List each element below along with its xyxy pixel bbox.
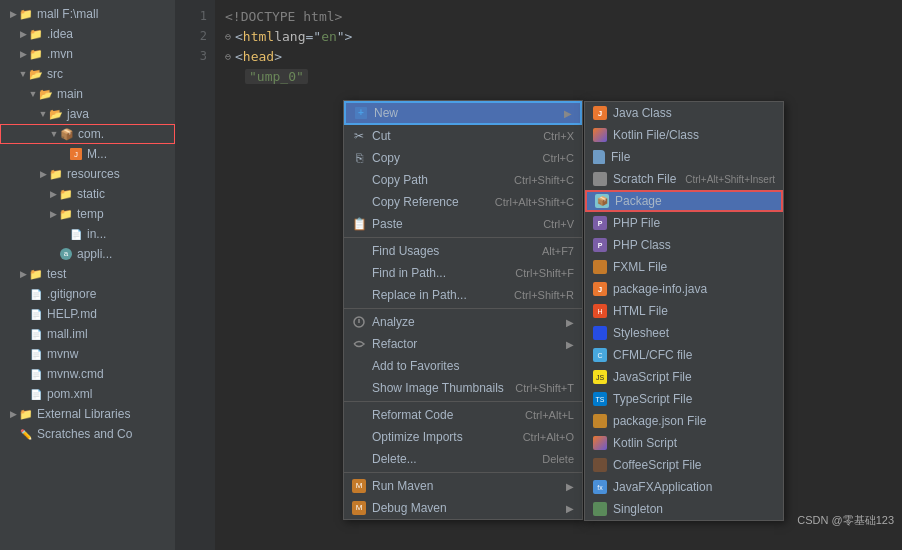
code-line-3: ⊖ <head> — [225, 46, 892, 66]
file-new-icon — [593, 150, 605, 164]
tree-item-m[interactable]: J M... — [0, 144, 175, 164]
tree-item-extlibs[interactable]: ▶ 📁 External Libraries — [0, 404, 175, 424]
tree-item-com[interactable]: ▼ 📦 com. — [0, 124, 175, 144]
submenu-item-file[interactable]: File — [585, 146, 783, 168]
fold-icon-3: ⊖ — [225, 51, 231, 62]
folder-icon-extlibs: 📁 — [18, 407, 34, 421]
submenu-item-fxmlfile[interactable]: FXML File — [585, 256, 783, 278]
menu-label-refactor: Refactor — [372, 337, 417, 351]
tree-item-malliml[interactable]: 📄 mall.iml — [0, 324, 175, 344]
tree-label-temp: temp — [77, 207, 104, 221]
tree-item-mvnw[interactable]: 📄 mvnw — [0, 344, 175, 364]
tree-item-idea[interactable]: ▶ 📁 .idea — [0, 24, 175, 44]
line-num-3: 3 — [175, 46, 215, 66]
submenu-item-javafxapp[interactable]: fx JavaFXApplication — [585, 476, 783, 498]
tree-label-test: test — [47, 267, 66, 281]
submenu-item-kotlin[interactable]: Kotlin Script — [585, 432, 783, 454]
git-icon-gitignore: 📄 — [28, 287, 44, 301]
cut-icon: ✂ — [352, 129, 366, 143]
submenu-item-cfmlfile[interactable]: C CFML/CFC file — [585, 344, 783, 366]
submenu-item-htmlfile[interactable]: H HTML File — [585, 300, 783, 322]
csdn-watermark: CSDN @零基础123 — [797, 513, 894, 528]
editor-area: 1 2 3 <!DOCTYPE html> ⊖ <html lang="en">… — [175, 0, 902, 550]
maven-debug-icon: M — [352, 501, 366, 515]
submenu-item-phpfile[interactable]: P PHP File — [585, 212, 783, 234]
submenu-label-singleton: Singleton — [613, 502, 663, 516]
menu-item-analyze[interactable]: Analyze ▶ — [344, 311, 582, 333]
submenu-item-scratchfile[interactable]: Scratch File Ctrl+Alt+Shift+Insert — [585, 168, 783, 190]
php-file-icon: P — [593, 216, 607, 230]
submenu-label-package: Package — [615, 194, 662, 208]
tree-label-mall: mall F:\mall — [37, 7, 98, 21]
submenu-item-singleton[interactable]: Singleton — [585, 498, 783, 520]
menu-item-paste[interactable]: 📋 Paste Ctrl+V — [344, 213, 582, 235]
submenu-item-phpclass[interactable]: P PHP Class — [585, 234, 783, 256]
php-class-icon: P — [593, 238, 607, 252]
tree-item-pomxml[interactable]: 📄 pom.xml — [0, 384, 175, 404]
submenu-item-packageinfo[interactable]: J package-info.java — [585, 278, 783, 300]
code-eq: =" — [305, 29, 321, 44]
delete-icon — [352, 452, 366, 466]
submenu-item-coffeefile[interactable]: CoffeeScript File — [585, 454, 783, 476]
tree-arrow-mvnw — [18, 349, 28, 359]
code-doctype: <!DOCTYPE html> — [225, 9, 342, 24]
menu-item-optimize[interactable]: Optimize Imports Ctrl+Alt+O — [344, 426, 582, 448]
tree-item-temp[interactable]: ▶ 📁 temp — [0, 204, 175, 224]
menu-item-refactor[interactable]: Refactor ▶ — [344, 333, 582, 355]
tree-item-mall[interactable]: ▶ 📁 mall F:\mall — [0, 4, 175, 24]
java-class-icon: J — [593, 106, 607, 120]
tree-item-scratches[interactable]: ✏️ Scratches and Co — [0, 424, 175, 444]
tree-item-helpmd[interactable]: 📄 HELP.md — [0, 304, 175, 324]
menu-item-replaceinpath[interactable]: Replace in Path... Ctrl+Shift+R — [344, 284, 582, 306]
context-menu[interactable]: + New ▶ ✂ Cut Ctrl+X ⎘ Co — [343, 100, 583, 520]
submenu-item-javaclass[interactable]: J Java Class — [585, 102, 783, 124]
submenu-item-package[interactable]: 📦 Package — [585, 190, 783, 212]
new-submenu[interactable]: J Java Class Kotlin File/Class — [584, 101, 784, 521]
file-icon-mvnwcmd: 📄 — [28, 367, 44, 381]
menu-shortcut-copy: Ctrl+C — [543, 152, 574, 164]
tree-item-mvn[interactable]: ▶ 📁 .mvn — [0, 44, 175, 64]
menu-label-cut: Cut — [372, 129, 391, 143]
menu-item-delete[interactable]: Delete... Delete — [344, 448, 582, 470]
tree-item-appli[interactable]: a appli... — [0, 244, 175, 264]
submenu-label-fxmlfile: FXML File — [613, 260, 667, 274]
analyze-icon — [352, 315, 366, 329]
tree-item-gitignore[interactable]: 📄 .gitignore — [0, 284, 175, 304]
menu-item-copypath[interactable]: Copy Path Ctrl+Shift+C — [344, 169, 582, 191]
fxml-file-icon — [593, 260, 607, 274]
submenu-label-packageinfo: package-info.java — [613, 282, 707, 296]
tree-label-resources: resources — [67, 167, 120, 181]
tree-item-mvnwcmd[interactable]: 📄 mvnw.cmd — [0, 364, 175, 384]
menu-item-copyref[interactable]: Copy Reference Ctrl+Alt+Shift+C — [344, 191, 582, 213]
menu-item-copy[interactable]: ⎘ Copy Ctrl+C — [344, 147, 582, 169]
menu-item-debugmaven[interactable]: M Debug Maven ▶ — [344, 497, 582, 519]
submenu-item-jsonfile[interactable]: package.json File — [585, 410, 783, 432]
tree-item-main[interactable]: ▼ 📂 main — [0, 84, 175, 104]
submenu-item-stylesheet[interactable]: Stylesheet — [585, 322, 783, 344]
menu-item-findinpath[interactable]: Find in Path... Ctrl+Shift+F — [344, 262, 582, 284]
tree-item-resources[interactable]: ▶ 📁 resources — [0, 164, 175, 184]
submenu-item-jsfile[interactable]: JS JavaScript File — [585, 366, 783, 388]
tree-arrow-test: ▶ — [18, 269, 28, 279]
menu-item-runmaven[interactable]: M Run Maven ▶ — [344, 475, 582, 497]
tree-item-src[interactable]: ▼ 📂 src — [0, 64, 175, 84]
tree-arrow-mvn: ▶ — [18, 49, 28, 59]
kotlin-script-icon — [593, 436, 607, 450]
tree-item-java[interactable]: ▼ 📂 java — [0, 104, 175, 124]
tree-arrow-mall: ▶ — [8, 9, 18, 19]
tree-item-test[interactable]: ▶ 📁 test — [0, 264, 175, 284]
menu-sep-3 — [344, 401, 582, 402]
submenu-item-kotlinfile[interactable]: Kotlin File/Class — [585, 124, 783, 146]
menu-item-showthumbs[interactable]: Show Image Thumbnails Ctrl+Shift+T — [344, 377, 582, 399]
menu-item-addtofav[interactable]: Add to Favorites — [344, 355, 582, 377]
menu-item-cut[interactable]: ✂ Cut Ctrl+X — [344, 125, 582, 147]
json-file-icon — [593, 414, 607, 428]
menu-item-new[interactable]: + New ▶ — [344, 101, 582, 125]
submenu-item-tsfile[interactable]: TS TypeScript File — [585, 388, 783, 410]
menu-item-findusages[interactable]: Find Usages Alt+F7 — [344, 240, 582, 262]
tree-label-mvn: .mvn — [47, 47, 73, 61]
tree-item-static[interactable]: ▶ 📁 static — [0, 184, 175, 204]
copyref-icon — [352, 195, 366, 209]
menu-item-reformat[interactable]: Reformat Code Ctrl+Alt+L — [344, 404, 582, 426]
tree-item-in[interactable]: 📄 in... — [0, 224, 175, 244]
